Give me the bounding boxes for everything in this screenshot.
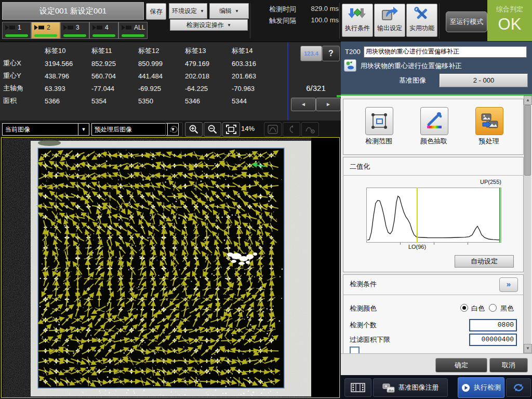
table-cell: 3194.566	[45, 57, 91, 70]
scroll-up-button[interactable]: ▲	[524, 96, 532, 105]
flag-icon	[5, 25, 16, 30]
color-extract-button[interactable]	[420, 107, 448, 135]
run-measure-button[interactable]: 执行检测	[458, 377, 504, 398]
black-radio[interactable]	[489, 304, 497, 312]
scroll-thumb[interactable]	[524, 105, 531, 176]
unit-settings-panel: T200 用块状物的重心进行位置偏移补正 用块状物的重心进行位置偏移补正 基准图…	[341, 42, 532, 399]
chevron-down-icon: ▼	[235, 9, 239, 14]
zoom-out-button[interactable]	[204, 122, 221, 137]
white-blob	[253, 252, 257, 256]
column-header: 标签13	[185, 45, 232, 57]
zoom-in-button[interactable]	[185, 122, 203, 137]
reference-image-value[interactable]: 2 - 000	[440, 74, 528, 87]
unit-number: T200	[345, 48, 361, 56]
measure-time-value: 829.0 ms	[307, 5, 339, 12]
panel-scrollbar[interactable]: ▲ ▼	[524, 96, 531, 353]
output-settings-icon	[375, 4, 405, 24]
utility-button[interactable]: 实用功能	[406, 4, 437, 37]
overall-judgement-panel: 综合判定 OK	[487, 0, 532, 41]
column-header: 标签11	[91, 45, 138, 57]
scene-tab-2[interactable]: 2	[31, 22, 60, 39]
binarization-title: 二值化	[350, 162, 370, 171]
output-settings-button[interactable]: 输出设定	[374, 4, 405, 37]
white-radio[interactable]	[460, 304, 468, 312]
table-cell: -70.963	[232, 82, 280, 95]
measure-time-label: 检测时间	[269, 5, 296, 14]
preprocess-button[interactable]	[475, 107, 503, 135]
table-cell: 202.018	[185, 70, 232, 82]
results-table: 标签10标签11标签12标签13标签14重心X3194.566852.92585…	[3, 45, 280, 107]
auto-set-button[interactable]: 自动设定	[455, 255, 514, 268]
preprocess-icon	[480, 111, 499, 131]
zoom-level: 14%	[241, 125, 255, 132]
unit-name-input[interactable]: 用块状物的重心进行位置偏移补正	[364, 46, 527, 58]
exec-condition-button[interactable]: 执行条件	[342, 4, 373, 37]
table-cell: 5354	[91, 95, 138, 107]
judge-label: 综合判定	[487, 5, 532, 14]
lower-threshold-line[interactable]	[417, 188, 418, 243]
divider	[439, 3, 440, 38]
lower-threshold-label: LO(96)	[404, 244, 431, 250]
exec-condition-icon	[342, 4, 373, 24]
detect-region-label: 检测范围	[353, 137, 405, 146]
ok-button[interactable]: 确定	[435, 358, 487, 373]
pager-prev-button[interactable]: ◄	[291, 98, 316, 111]
pager-next-button[interactable]: ►	[316, 98, 341, 111]
edit-menu[interactable]: 编辑 ▼	[209, 3, 249, 19]
fit-screen-button[interactable]	[222, 122, 240, 137]
action-bar: 基准图像注册 执行检测	[341, 375, 532, 399]
cancel-button[interactable]: 取消	[489, 358, 528, 373]
profile-display-icon	[264, 122, 282, 137]
white-blob	[231, 260, 236, 263]
utility-icon	[407, 4, 437, 24]
table-cell: 5346	[185, 95, 232, 107]
column-header: 标签10	[45, 45, 91, 57]
judge-value: OK	[487, 15, 532, 34]
table-cell: 63.393	[45, 82, 91, 95]
upper-threshold-line[interactable]	[499, 188, 500, 243]
chevron-down-icon: ▼	[78, 124, 89, 135]
detect-count-input[interactable]: 0800	[469, 319, 517, 331]
detect-condition-title: 检测条件	[350, 280, 377, 289]
min-area-label: 过滤面积下限	[350, 335, 390, 344]
table-cell: 441.484	[138, 70, 185, 82]
numeric-display-button[interactable]: 123.4	[300, 46, 322, 61]
register-reference-image-button[interactable]: 基准图像注册	[373, 378, 448, 397]
filter-checkbox[interactable]	[350, 347, 360, 353]
region-icon	[369, 111, 389, 131]
measure-settings-menu[interactable]: 检测设定操作 ▼	[170, 19, 248, 31]
to-run-mode-button[interactable]: 至运行模式	[446, 11, 487, 32]
scene-tab-3[interactable]: 3	[60, 22, 89, 39]
environment-menu[interactable]: 环境设定 ▼	[169, 3, 207, 19]
green-accent	[337, 95, 341, 97]
divider	[287, 43, 288, 120]
white-blob	[227, 252, 233, 257]
camera-image-icon	[382, 382, 395, 393]
save-button[interactable]: 保存	[146, 3, 166, 20]
detect-count-label: 检测个数	[350, 321, 377, 330]
profile-settings-icon	[301, 122, 319, 137]
scene-tab-ALL[interactable]: ALL	[118, 22, 148, 39]
scroll-down-button[interactable]: ▼	[524, 344, 532, 353]
detect-region-button[interactable]	[365, 107, 393, 135]
expand-button[interactable]: »	[499, 277, 518, 292]
tab-status-bar	[63, 34, 86, 37]
flag-icon	[63, 25, 74, 30]
image-source-select[interactable]: 当前图像 ▼	[2, 123, 89, 136]
table-cell: 5366	[45, 95, 91, 107]
image-viewport[interactable]	[1, 137, 340, 398]
detect-color-label: 检测颜色	[350, 304, 377, 313]
tab-status-bar	[92, 34, 115, 37]
min-area-input[interactable]: 00000400	[469, 334, 517, 346]
film-strip-button[interactable]	[344, 378, 371, 397]
scene-tab-1[interactable]: 1	[2, 22, 31, 39]
table-cell: 201.663	[232, 70, 280, 82]
scene-tab-4[interactable]: 4	[89, 22, 118, 39]
table-cell: 852.925	[91, 57, 138, 70]
tab-status-bar	[34, 34, 57, 37]
divider	[343, 175, 523, 176]
table-cell: 5344	[232, 95, 280, 107]
continuous-measure-button[interactable]	[506, 378, 531, 397]
help-button[interactable]: ?	[322, 46, 340, 61]
result-pager: 6/321	[294, 84, 338, 92]
